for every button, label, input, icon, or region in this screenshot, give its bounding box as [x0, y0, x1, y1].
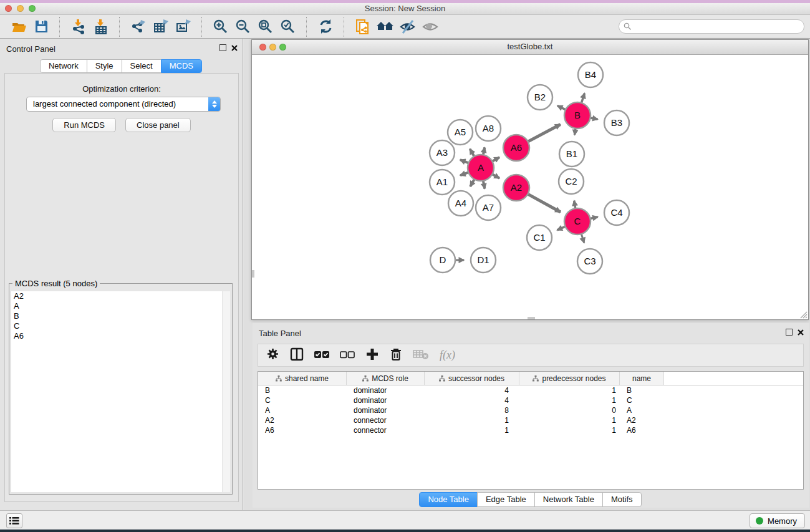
table-cell[interactable]: A6 — [620, 426, 664, 435]
table-cell[interactable]: A2 — [620, 416, 664, 425]
show-details-icon[interactable] — [421, 17, 440, 36]
table-cell[interactable]: 1 — [425, 416, 519, 425]
column-header-MCDS-role[interactable]: MCDS role — [347, 372, 425, 385]
edge-A-A1[interactable] — [460, 172, 468, 175]
delete-columns-icon[interactable] — [390, 347, 402, 364]
mcds-result-scrollbar[interactable] — [222, 291, 230, 492]
table-cell[interactable]: dominator — [347, 396, 425, 405]
graph-node-A8[interactable]: A8 — [476, 116, 501, 141]
tab-network-table[interactable]: Network Table — [534, 492, 603, 507]
network-vertical-scroll-thumb[interactable] — [252, 270, 254, 278]
mcds-result-item[interactable]: B — [11, 311, 223, 321]
network-canvas[interactable]: B4B2BB3A5A8A6B1A3AC2A1A2A4A7C4CC1C3DD1 — [252, 54, 808, 319]
zoom-in-icon[interactable] — [211, 17, 230, 36]
table-cell[interactable]: C — [620, 396, 664, 405]
table-row[interactable]: Cdominator41C — [258, 395, 803, 405]
search-input[interactable] — [634, 21, 799, 32]
zoom-out-icon[interactable] — [234, 17, 253, 36]
edge-B-B2[interactable] — [557, 105, 566, 109]
zoom-fit-icon[interactable] — [256, 17, 275, 36]
table-cell[interactable]: 0 — [519, 406, 620, 415]
graph-node-A1[interactable]: A1 — [430, 170, 455, 195]
graph-node-C3[interactable]: C3 — [577, 249, 602, 274]
table-cell[interactable]: C — [258, 396, 347, 405]
clone-network-icon[interactable] — [354, 17, 372, 36]
network-zoom-button[interactable] — [279, 44, 286, 51]
graph-node-C4[interactable]: C4 — [604, 200, 629, 225]
table-cell[interactable]: dominator — [347, 386, 425, 395]
edge-A6-B[interactable] — [528, 125, 561, 142]
table-cell[interactable]: B — [620, 386, 664, 395]
table-options-icon[interactable] — [266, 347, 279, 363]
close-panel-icon[interactable] — [231, 45, 238, 51]
table-cell[interactable]: connector — [347, 426, 425, 435]
edge-C-C4[interactable] — [590, 217, 597, 219]
table-cell[interactable]: 4 — [425, 396, 519, 405]
network-minimize-button[interactable] — [269, 44, 276, 51]
resize-grip-icon[interactable] — [799, 311, 808, 319]
table-cell[interactable]: A6 — [258, 426, 347, 435]
graph-node-A7[interactable]: A7 — [476, 195, 501, 220]
float-panel-icon[interactable] — [786, 329, 793, 336]
graph-node-B[interactable]: B — [564, 102, 591, 128]
minimize-window-button[interactable] — [17, 5, 24, 12]
memory-button[interactable]: Memory — [750, 513, 805, 528]
column-header-name[interactable]: name — [620, 372, 664, 385]
mcds-result-item[interactable]: A2 — [11, 291, 223, 301]
edge-B-B1[interactable] — [574, 128, 576, 135]
tab-select[interactable]: Select — [122, 59, 162, 73]
graph-node-A5[interactable]: A5 — [448, 120, 473, 145]
edge-B-B3[interactable] — [591, 118, 598, 119]
table-cell[interactable]: 1 — [519, 396, 620, 405]
function-builder-icon[interactable]: f(x) — [440, 349, 455, 362]
export-table-icon[interactable] — [152, 17, 170, 36]
table-row[interactable]: Adominator80A — [258, 405, 803, 415]
tab-node-table[interactable]: Node Table — [419, 492, 478, 507]
graph-node-B1[interactable]: B1 — [559, 142, 584, 167]
close-panel-button[interactable]: Close panel — [125, 118, 191, 132]
graph-node-A3[interactable]: A3 — [430, 140, 455, 165]
table-row[interactable]: A2connector11A2 — [258, 415, 803, 425]
table-cell[interactable]: dominator — [347, 406, 425, 415]
save-session-icon[interactable] — [32, 17, 51, 36]
column-header-shared-name[interactable]: shared name — [258, 372, 347, 385]
add-column-icon[interactable] — [365, 347, 379, 364]
column-header-successor-nodes[interactable]: successor nodes — [425, 372, 519, 385]
float-panel-icon[interactable] — [219, 44, 226, 51]
graph-node-C1[interactable]: C1 — [527, 225, 552, 250]
edge-A-A6[interactable] — [492, 157, 499, 162]
graph-node-B2[interactable]: B2 — [528, 85, 552, 110]
close-window-button[interactable] — [5, 5, 12, 12]
task-history-button[interactable] — [6, 513, 22, 528]
run-mcds-button[interactable]: Run MCDS — [52, 118, 116, 132]
graph-node-B4[interactable]: B4 — [578, 62, 603, 87]
refresh-layout-icon[interactable] — [316, 17, 335, 36]
tab-network[interactable]: Network — [40, 59, 87, 73]
table-cell[interactable]: connector — [347, 416, 425, 425]
graph-node-A6[interactable]: A6 — [503, 135, 529, 161]
edge-A-A8[interactable] — [483, 147, 485, 155]
table-cell[interactable]: 1 — [425, 426, 519, 435]
table-cell[interactable]: A — [620, 406, 664, 415]
tab-mcds[interactable]: MCDS — [161, 59, 202, 73]
mcds-result-item[interactable]: A6 — [11, 331, 223, 341]
graph-node-B3[interactable]: B3 — [604, 110, 629, 135]
network-window-titlebar[interactable]: testGlobe.txt — [252, 40, 808, 55]
edge-A-A2[interactable] — [492, 174, 499, 178]
graph-node-C[interactable]: C — [564, 208, 591, 235]
table-cell[interactable]: B — [258, 386, 347, 395]
table-row[interactable]: Bdominator41B — [258, 385, 803, 395]
open-file-icon[interactable] — [9, 17, 28, 36]
optimization-criterion-dropdown[interactable]: largest connected component (directed) — [26, 97, 221, 112]
unselect-all-columns-icon[interactable] — [340, 350, 355, 361]
edge-A-A5[interactable] — [470, 149, 475, 157]
tab-edge-table[interactable]: Edge Table — [477, 492, 535, 507]
export-image-icon[interactable] — [174, 17, 193, 36]
table-cell[interactable]: A — [258, 406, 347, 415]
graph-node-C2[interactable]: C2 — [559, 169, 584, 194]
graph-node-D[interactable]: D — [430, 248, 455, 273]
mcds-result-item[interactable]: C — [11, 321, 223, 331]
edge-A-A7[interactable] — [483, 181, 485, 189]
network-close-button[interactable] — [259, 44, 266, 51]
graph-node-A[interactable]: A — [468, 155, 494, 181]
